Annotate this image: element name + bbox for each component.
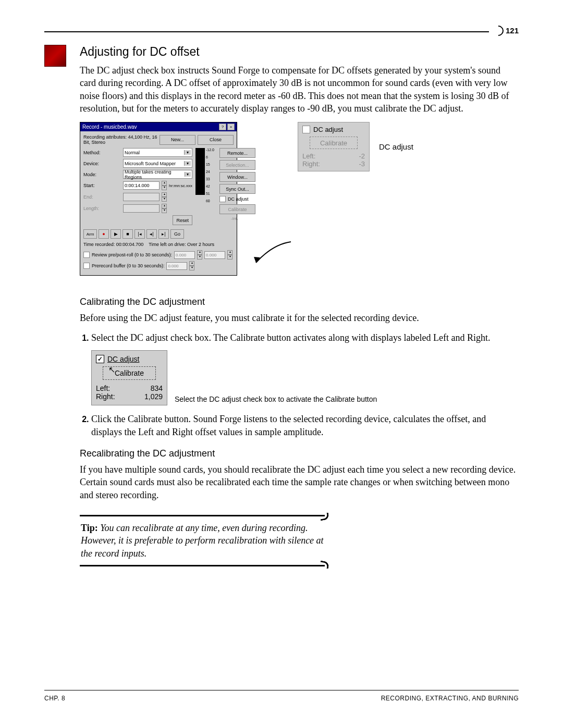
help-icon[interactable]: ? (219, 124, 226, 130)
page-footer: CHP. 8 RECORDING, EXTRACTING, AND BURNIN… (44, 690, 519, 702)
time-recorded-value: 00:00:04.700 (116, 242, 144, 247)
device-select[interactable]: Microsoft Sound Mapper ▾ (123, 159, 192, 168)
start-spinner[interactable]: ▴▾ (162, 181, 167, 190)
record-icon[interactable]: ● (99, 229, 109, 239)
dc-adjust-checkbox-checked[interactable]: ✓ (96, 355, 104, 363)
time-recorded-label: Time recorded: (83, 242, 115, 247)
calibrate-button-callout: Calibrate (310, 137, 358, 149)
start-label: Start: (83, 183, 121, 188)
callout-label: DC adjust (379, 142, 413, 151)
intro-paragraph: The DC adjust check box instructs Sound … (80, 64, 519, 115)
review-checkbox[interactable] (83, 252, 90, 258)
record-dialog: Record - musicbed.wav ? × Recording attr… (80, 122, 237, 276)
step-2: Click the Calibrate button. Sound Forge … (91, 413, 519, 439)
prerecord-spinner: ▴▾ (189, 261, 194, 270)
length-spinner: ▴▾ (162, 204, 167, 213)
callout-arrow (252, 239, 293, 270)
skip-start-icon[interactable]: |◂ (134, 229, 145, 239)
figure2-caption: Select the DC adjust check box to activa… (175, 395, 377, 403)
dc-adjust-checkbox-callout[interactable] (302, 126, 310, 133)
attrs-label: Recording attributes: (83, 134, 127, 140)
review-pre-input: 0.000 (174, 251, 195, 259)
review-label: Review pre/post-roll (0 to 30 seconds): (92, 252, 172, 257)
meter-peak: -Inf. (219, 216, 250, 221)
start-input[interactable]: 0:00:14.000 (123, 181, 160, 190)
sub1-text: Before using the DC adjust feature, you … (80, 312, 519, 324)
go-button[interactable]: Go (170, 229, 184, 239)
section-title: Adjusting for DC offset (80, 45, 519, 59)
play-icon[interactable]: ▶ (111, 229, 121, 239)
calibrate-button-active[interactable]: ↖ Calibrate (103, 366, 156, 380)
left-value-2: 834 (151, 384, 163, 392)
section-icon (44, 45, 66, 67)
device-value: Microsoft Sound Mapper (125, 161, 176, 166)
left-value: -2 (359, 152, 365, 160)
method-value: Normal (125, 150, 140, 155)
arm-button[interactable]: Arm (83, 229, 97, 239)
close-icon[interactable]: × (227, 124, 235, 130)
new-button[interactable]: New... (160, 135, 195, 145)
calibrate-label: Calibrate (115, 369, 144, 377)
dc-adjust-panel: DC adjust Calibrate Left:-2 Right:-3 (298, 122, 370, 171)
mode-select[interactable]: Multiple takes creating Regions ▾ (123, 170, 192, 179)
sub2-heading: Recalibrating the DC adjustment (80, 448, 519, 459)
method-select[interactable]: Normal ▾ (123, 148, 192, 157)
right-label: Right: (302, 160, 320, 168)
step-1: Select the DC adjust check box. The Cali… (91, 331, 519, 344)
tip-body: You can recalibrate at any time, even du… (81, 523, 324, 559)
figure-dc-panel-checked: ✓ DC adjust ↖ Calibrate Left:834 Right:1… (91, 350, 519, 405)
dc-adjust-label: DC adjust (228, 196, 249, 202)
left-label-2: Left: (96, 384, 110, 392)
selection-button: Selection... (219, 160, 255, 170)
prerecord-input: 0.000 (166, 262, 187, 270)
stop-icon[interactable]: ■ (123, 229, 133, 239)
dialog-titlebar: Record - musicbed.wav ? × (80, 122, 237, 131)
left-label: Left: (302, 152, 315, 160)
length-label: Length: (83, 206, 121, 211)
side-margin (44, 45, 65, 572)
dc-adjust-label-checked: DC adjust (107, 355, 139, 363)
tip-box: Tip: You can recalibrate at any time, ev… (80, 510, 325, 572)
tip-label: Tip: (81, 523, 98, 533)
meter-ticks: -12.0 6 15 24 33 42 51 60 (206, 148, 214, 206)
rewind-icon[interactable]: ◂| (146, 229, 157, 239)
sub1-heading: Calibrating the DC adjustment (80, 297, 519, 307)
main-column: Adjusting for DC offset The DC adjust ch… (80, 45, 519, 572)
reset-button[interactable]: Reset (173, 215, 192, 225)
review-pre-spinner: ▴▾ (197, 250, 202, 260)
end-spinner: ▴▾ (162, 192, 167, 202)
prerecord-label: Prerecord buffer (0 to 30 seconds): (92, 263, 164, 268)
right-label-2: Right: (96, 392, 115, 401)
steps-list: Select the DC adjust check box. The Cali… (80, 331, 519, 344)
calibrate-button: Calibrate (219, 204, 255, 214)
right-value-2: 1,029 (144, 392, 163, 401)
dc-adjust-checkbox[interactable] (219, 196, 226, 202)
close-button[interactable]: Close (198, 135, 234, 145)
footer-chapter: CHP. 8 (44, 695, 65, 702)
device-label: Device: (83, 161, 121, 166)
steps-list-cont: Click the Calibrate button. Sound Forge … (80, 413, 519, 439)
mode-label: Mode: (83, 172, 121, 177)
method-label: Method: (83, 150, 121, 155)
window-button[interactable]: Window... (219, 172, 255, 182)
header-rule: 121 (44, 31, 519, 32)
end-label: End: (83, 194, 121, 200)
chevron-down-icon: ▾ (184, 161, 191, 166)
review-post-spinner: ▴▾ (227, 250, 232, 260)
prerecord-checkbox[interactable] (83, 263, 90, 269)
dialog-title-text: Record - musicbed.wav (82, 124, 137, 130)
chevron-down-icon: ▾ (185, 172, 191, 177)
figure-record-dialog: Record - musicbed.wav ? × Recording attr… (80, 122, 519, 276)
syncout-button[interactable]: Sync Out... (219, 184, 255, 194)
skip-end-icon[interactable]: ▸| (158, 229, 169, 239)
end-input (123, 193, 160, 201)
dc-adjust-label-callout: DC adjust (313, 126, 343, 133)
review-post-input: 0.000 (204, 251, 225, 259)
time-left-label: Time left on drive: (149, 242, 186, 247)
length-input (123, 204, 160, 213)
chevron-down-icon: ▾ (184, 150, 191, 155)
remote-button[interactable]: Remote... (219, 148, 255, 158)
time-left-value: Over 2 hours (187, 242, 214, 247)
right-value: -3 (359, 160, 365, 168)
level-meter-left (195, 148, 205, 195)
